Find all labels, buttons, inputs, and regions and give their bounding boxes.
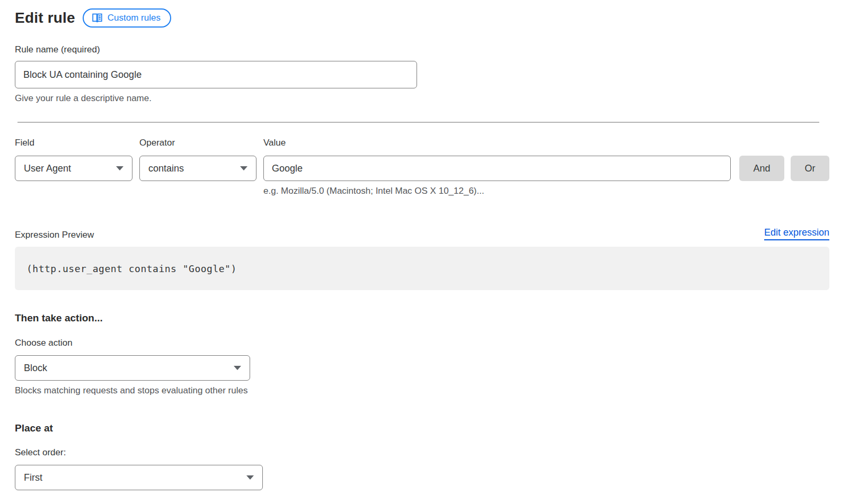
expression-preview-section: Expression Preview Edit expression (http… xyxy=(15,227,829,290)
operator-select[interactable]: contains xyxy=(139,156,256,181)
edit-rule-page: Edit rule Custom rules Rule name (requ xyxy=(0,0,841,490)
value-input[interactable] xyxy=(263,156,731,181)
placement-section: Place at Select order: First xyxy=(15,422,829,490)
action-helper: Blocks matching requests and stops evalu… xyxy=(15,385,829,396)
expression-code-box: (http.user_agent contains "Google") xyxy=(15,247,829,290)
choose-action-label: Choose action xyxy=(15,338,829,348)
select-order-label: Select order: xyxy=(15,447,829,458)
field-label: Field xyxy=(15,138,132,148)
chevron-down-icon xyxy=(234,366,241,370)
page-header: Edit rule Custom rules xyxy=(15,8,829,28)
expression-preview-label: Expression Preview xyxy=(15,230,94,240)
rule-name-label: Rule name (required) xyxy=(15,44,829,55)
order-select[interactable]: First xyxy=(15,465,263,490)
rule-name-input[interactable] xyxy=(15,61,417,88)
field-select-value: User Agent xyxy=(24,163,71,174)
value-helper: e.g. Mozilla/5.0 (Macintosh; Intel Mac O… xyxy=(263,186,829,196)
rule-name-section: Rule name (required) Give your rule a de… xyxy=(15,44,829,104)
operator-label: Operator xyxy=(139,138,256,148)
edit-expression-link[interactable]: Edit expression xyxy=(764,227,829,240)
condition-builder: Field User Agent Operator contains Value xyxy=(15,138,829,196)
order-select-value: First xyxy=(24,472,42,483)
action-section: Then take action... Choose action Block … xyxy=(15,312,829,396)
chevron-down-icon xyxy=(240,166,247,170)
page-title: Edit rule xyxy=(15,10,75,26)
section-divider xyxy=(17,122,819,123)
or-button[interactable]: Or xyxy=(791,156,829,181)
action-select-value: Block xyxy=(24,363,47,374)
custom-rules-button[interactable]: Custom rules xyxy=(83,8,171,28)
place-at-heading: Place at xyxy=(15,422,829,434)
chevron-down-icon xyxy=(116,166,123,170)
field-select[interactable]: User Agent xyxy=(15,156,132,181)
action-select[interactable]: Block xyxy=(15,355,250,381)
chevron-down-icon xyxy=(246,475,254,480)
and-button[interactable]: And xyxy=(739,156,784,181)
custom-rules-button-label: Custom rules xyxy=(108,13,161,23)
action-heading: Then take action... xyxy=(15,312,829,324)
operator-select-value: contains xyxy=(148,163,184,174)
open-book-icon xyxy=(92,12,103,23)
value-label: Value xyxy=(263,138,731,148)
expression-code: (http.user_agent contains "Google") xyxy=(26,263,237,274)
rule-name-helper: Give your rule a descriptive name. xyxy=(15,93,829,104)
